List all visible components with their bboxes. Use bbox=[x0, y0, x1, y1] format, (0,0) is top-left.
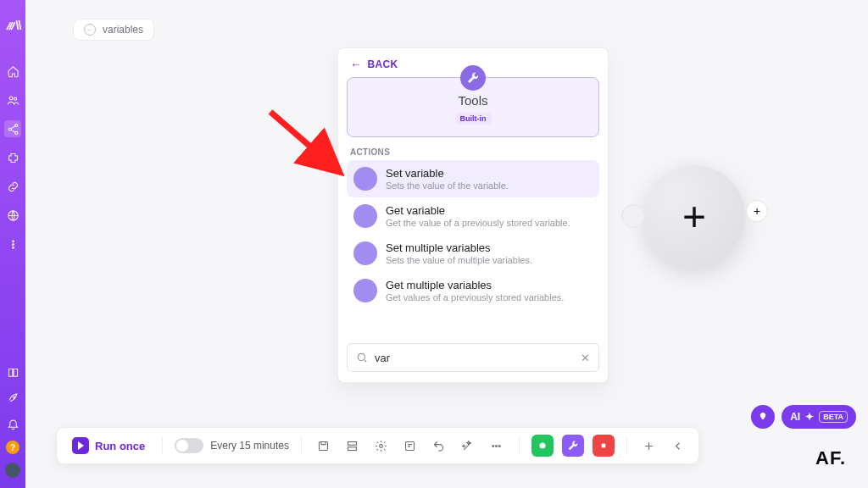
action-set-variable[interactable]: Set variableSets the value of the variab… bbox=[347, 160, 599, 197]
action-desc: Get values of a previously stored variab… bbox=[386, 292, 564, 302]
svg-line-12 bbox=[270, 112, 336, 169]
separator bbox=[301, 436, 302, 455]
bottom-toolbar: Run once Every 15 minutes bbox=[56, 427, 699, 464]
people-icon[interactable] bbox=[4, 92, 21, 108]
run-label: Run once bbox=[95, 440, 145, 452]
run-once-button[interactable]: Run once bbox=[67, 434, 150, 458]
separator bbox=[626, 436, 627, 455]
tool-header[interactable]: Tools Built-in bbox=[347, 77, 599, 137]
bell-icon[interactable] bbox=[4, 415, 21, 432]
svg-point-21 bbox=[539, 443, 545, 449]
action-set-multiple-variables[interactable]: Set multiple variablesSets the value of … bbox=[347, 235, 599, 272]
svg-rect-22 bbox=[602, 444, 606, 448]
add-module-node[interactable]: + bbox=[643, 165, 745, 267]
breadcrumb[interactable]: variables bbox=[73, 19, 154, 41]
puzzle-icon[interactable] bbox=[4, 149, 21, 166]
action-desc: Sets the value of the variable. bbox=[386, 180, 509, 191]
upload-icon bbox=[353, 241, 377, 265]
undo-icon[interactable] bbox=[429, 435, 449, 456]
separator bbox=[519, 436, 520, 455]
brand-corner: AF. bbox=[815, 447, 846, 469]
tools-button[interactable] bbox=[562, 435, 584, 457]
search-input[interactable] bbox=[375, 352, 574, 364]
action-title: Set variable bbox=[386, 167, 509, 180]
ai-pill-group: AI ✦ BETA bbox=[751, 405, 856, 429]
add-secondary-node[interactable]: + bbox=[746, 200, 768, 222]
annotation-arrow bbox=[266, 108, 347, 184]
svg-rect-15 bbox=[348, 446, 357, 450]
stop-button[interactable] bbox=[593, 435, 615, 457]
clear-search-icon[interactable]: ✕ bbox=[581, 352, 590, 364]
panel-search-box: ✕ bbox=[347, 343, 599, 372]
search-icon bbox=[356, 352, 368, 363]
more-vertical-icon[interactable] bbox=[4, 236, 21, 252]
home-icon[interactable] bbox=[4, 63, 21, 80]
rail-nav-group bbox=[4, 63, 21, 252]
svg-rect-17 bbox=[406, 441, 415, 450]
tool-title: Tools bbox=[356, 93, 590, 108]
svg-point-16 bbox=[380, 444, 383, 447]
svg-rect-14 bbox=[348, 441, 357, 445]
ai-cta-button[interactable]: AI ✦ BETA bbox=[782, 405, 856, 429]
svg-point-9 bbox=[13, 396, 14, 398]
action-desc: Get the value of a previously stored var… bbox=[386, 218, 570, 228]
action-title: Get variable bbox=[386, 204, 570, 217]
actions-panel: ← BACK Tools Built-in ACTIONS Set variab… bbox=[337, 47, 609, 383]
avatar[interactable] bbox=[5, 463, 20, 478]
ai-label: AI bbox=[790, 411, 800, 423]
breadcrumb-bar: variables bbox=[73, 19, 154, 41]
wand-icon[interactable] bbox=[458, 435, 478, 456]
action-desc: Sets the value of multiple variables. bbox=[386, 255, 532, 265]
breadcrumb-label: variables bbox=[103, 24, 143, 36]
upload-icon bbox=[353, 204, 377, 228]
tools-badge-icon bbox=[460, 65, 486, 91]
action-get-multiple-variables[interactable]: Get multiple variablesGet values of a pr… bbox=[347, 272, 599, 309]
collapse-icon[interactable] bbox=[668, 435, 688, 456]
back-button[interactable]: ← BACK bbox=[350, 58, 398, 70]
status-green-button[interactable] bbox=[531, 435, 554, 457]
rail-bottom-group: ? bbox=[4, 364, 21, 478]
action-title: Set multiple variables bbox=[386, 241, 532, 254]
schedule-label: Every 15 minutes bbox=[210, 440, 289, 452]
actions-section-label: ACTIONS bbox=[350, 147, 599, 157]
svg-point-18 bbox=[492, 445, 494, 446]
app-logo: ⫻\\ bbox=[5, 19, 21, 32]
link-icon[interactable] bbox=[4, 178, 21, 195]
help-icon[interactable]: ? bbox=[6, 441, 19, 454]
save-icon[interactable] bbox=[314, 435, 334, 456]
svg-point-7 bbox=[12, 243, 14, 245]
svg-point-1 bbox=[14, 97, 16, 100]
layout-icon[interactable] bbox=[342, 435, 363, 456]
svg-point-6 bbox=[12, 240, 14, 241]
share-icon[interactable] bbox=[4, 120, 21, 137]
notes-icon[interactable] bbox=[400, 435, 420, 456]
settings-icon[interactable] bbox=[371, 435, 392, 456]
svg-point-0 bbox=[9, 97, 13, 100]
svg-point-20 bbox=[499, 445, 501, 446]
sparkle-icon: ✦ bbox=[805, 411, 814, 423]
separator bbox=[162, 436, 163, 455]
back-label: BACK bbox=[367, 58, 398, 70]
arrow-left-icon: ← bbox=[350, 58, 362, 70]
plus-icon: + bbox=[682, 193, 706, 240]
more-icon[interactable] bbox=[487, 435, 507, 456]
svg-rect-13 bbox=[320, 441, 328, 450]
left-rail: ⫻\\ ? bbox=[0, 0, 25, 488]
globe-icon[interactable] bbox=[4, 207, 21, 224]
built-in-tag: Built-in bbox=[455, 113, 492, 125]
rocket-icon[interactable] bbox=[4, 390, 21, 407]
lightbulb-icon[interactable] bbox=[751, 405, 775, 429]
action-get-variable[interactable]: Get variableGet the value of a previousl… bbox=[347, 197, 599, 235]
svg-point-19 bbox=[496, 445, 498, 446]
svg-point-8 bbox=[12, 247, 14, 248]
upload-icon bbox=[353, 279, 377, 302]
brand-mark: AF. bbox=[815, 447, 846, 469]
action-title: Get multiple variables bbox=[386, 279, 564, 291]
book-icon[interactable] bbox=[4, 364, 21, 381]
actions-list: Set variableSets the value of the variab… bbox=[347, 160, 599, 309]
play-icon bbox=[72, 437, 89, 454]
add-icon[interactable] bbox=[639, 435, 659, 456]
schedule-control: Every 15 minutes bbox=[175, 438, 289, 453]
schedule-toggle[interactable] bbox=[175, 438, 203, 453]
download-icon bbox=[353, 167, 377, 191]
